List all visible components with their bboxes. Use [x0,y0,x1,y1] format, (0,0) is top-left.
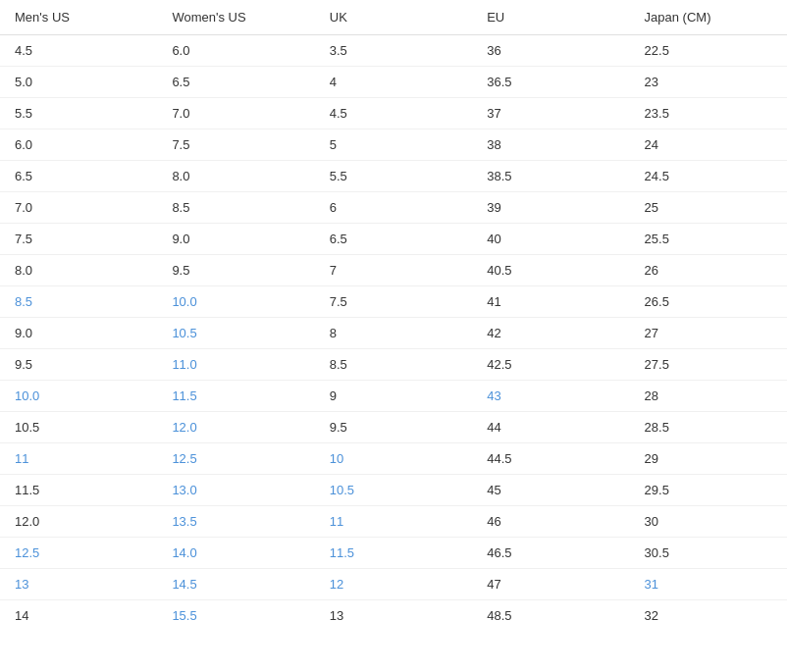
cell-mens: 9.0 [0,318,157,349]
cell-mens: 4.5 [0,35,157,67]
cell-eu: 44.5 [472,443,629,475]
cell-mens: 10.5 [0,412,157,443]
table-row: 9.010.584227 [0,318,787,349]
cell-mens: 14 [0,600,157,632]
cell-mens: 5.0 [0,67,157,98]
cell-mens: 7.5 [0,224,157,255]
cell-uk: 5.5 [315,161,472,192]
cell-womens: 13.0 [157,475,314,506]
table-row: 6.58.05.538.524.5 [0,161,787,192]
cell-japan: 29 [630,443,787,475]
cell-japan: 26.5 [630,286,787,318]
table-row: 12.013.5114630 [0,506,787,538]
cell-eu: 46 [472,506,629,538]
cell-uk: 8 [315,318,472,349]
table-row: 1415.51348.532 [0,600,787,632]
cell-womens: 12.0 [157,412,314,443]
cell-womens: 11.5 [157,381,314,412]
cell-uk: 8.5 [315,349,472,381]
cell-eu: 46.5 [472,538,629,569]
cell-womens: 14.0 [157,538,314,569]
cell-womens: 6.0 [157,35,314,67]
cell-japan: 24 [630,129,787,161]
cell-japan: 27.5 [630,349,787,381]
cell-womens: 9.0 [157,224,314,255]
cell-eu: 42.5 [472,349,629,381]
cell-womens: 7.0 [157,98,314,129]
header-mens: Men's US [0,0,157,35]
cell-uk: 9.5 [315,412,472,443]
cell-uk: 6.5 [315,224,472,255]
table-row: 10.011.594328 [0,381,787,412]
cell-eu: 40 [472,224,629,255]
cell-womens: 15.5 [157,600,314,632]
header-uk: UK [315,0,472,35]
table-row: 7.59.06.54025.5 [0,224,787,255]
cell-mens: 12.0 [0,506,157,538]
cell-eu: 47 [472,569,629,600]
size-chart: Men's US Women's US UK EU Japan (CM) 4.5… [0,0,787,631]
cell-eu: 45 [472,475,629,506]
cell-uk: 11.5 [315,538,472,569]
cell-japan: 32 [630,600,787,632]
cell-uk: 9 [315,381,472,412]
cell-japan: 27 [630,318,787,349]
cell-japan: 22.5 [630,35,787,67]
table-row: 11.513.010.54529.5 [0,475,787,506]
cell-mens: 6.5 [0,161,157,192]
cell-japan: 24.5 [630,161,787,192]
table-row: 9.511.08.542.527.5 [0,349,787,381]
cell-mens: 12.5 [0,538,157,569]
header-japan: Japan (CM) [630,0,787,35]
cell-japan: 25.5 [630,224,787,255]
cell-womens: 10.0 [157,286,314,318]
cell-womens: 9.5 [157,255,314,286]
cell-japan: 26 [630,255,787,286]
table-row: 8.510.07.54126.5 [0,286,787,318]
header-womens: Women's US [157,0,314,35]
table-row: 10.512.09.54428.5 [0,412,787,443]
cell-womens: 6.5 [157,67,314,98]
cell-womens: 8.0 [157,161,314,192]
cell-eu: 48.5 [472,600,629,632]
cell-uk: 4 [315,67,472,98]
cell-eu: 38.5 [472,161,629,192]
cell-mens: 10.0 [0,381,157,412]
table-row: 8.09.5740.526 [0,255,787,286]
cell-uk: 12 [315,569,472,600]
cell-eu: 37 [472,98,629,129]
cell-uk: 5 [315,129,472,161]
cell-mens: 5.5 [0,98,157,129]
cell-eu: 43 [472,381,629,412]
cell-eu: 44 [472,412,629,443]
cell-japan: 28 [630,381,787,412]
cell-japan: 25 [630,192,787,224]
cell-mens: 13 [0,569,157,600]
cell-uk: 7.5 [315,286,472,318]
table-row: 6.07.553824 [0,129,787,161]
table-row: 7.08.563925 [0,192,787,224]
cell-uk: 11 [315,506,472,538]
header-eu: EU [472,0,629,35]
cell-japan: 23.5 [630,98,787,129]
table-row: 5.57.04.53723.5 [0,98,787,129]
cell-womens: 10.5 [157,318,314,349]
cell-eu: 38 [472,129,629,161]
cell-uk: 4.5 [315,98,472,129]
table-row: 12.514.011.546.530.5 [0,538,787,569]
cell-womens: 14.5 [157,569,314,600]
cell-eu: 41 [472,286,629,318]
cell-eu: 36.5 [472,67,629,98]
cell-eu: 39 [472,192,629,224]
cell-mens: 8.0 [0,255,157,286]
cell-uk: 6 [315,192,472,224]
cell-uk: 13 [315,600,472,632]
cell-uk: 7 [315,255,472,286]
cell-mens: 8.5 [0,286,157,318]
cell-mens: 6.0 [0,129,157,161]
cell-mens: 11 [0,443,157,475]
cell-mens: 7.0 [0,192,157,224]
cell-japan: 28.5 [630,412,787,443]
cell-japan: 30 [630,506,787,538]
cell-uk: 10.5 [315,475,472,506]
